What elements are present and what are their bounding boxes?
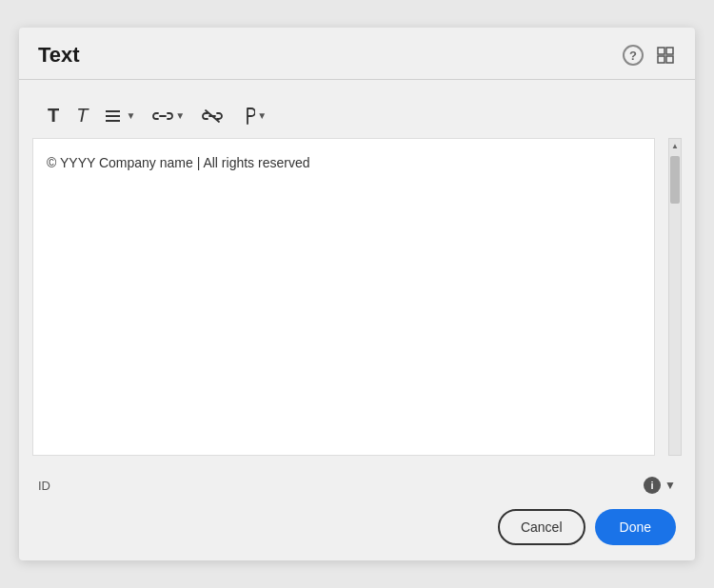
svg-rect-0 xyxy=(658,48,664,54)
paragraph-icon xyxy=(240,107,255,126)
scrollbar-thumb[interactable] xyxy=(670,156,680,204)
help-icon[interactable]: ? xyxy=(623,45,644,66)
list-chevron-icon: ▼ xyxy=(126,110,135,121)
text-dialog: Text ? T T xyxy=(19,28,695,560)
paragraph-chevron-icon: ▼ xyxy=(257,110,267,121)
expand-icon[interactable] xyxy=(655,45,676,66)
list-button[interactable]: ▼ xyxy=(99,104,141,128)
header-icons: ? xyxy=(623,45,676,66)
bold-button[interactable]: T xyxy=(42,101,65,130)
svg-rect-1 xyxy=(666,48,673,54)
dialog-title: Text xyxy=(38,43,80,68)
editor-toolbar: T T ▼ ▼ xyxy=(32,93,682,138)
scrollbar-up-arrow[interactable]: ▲ xyxy=(669,139,681,152)
editor-area-wrapper: © YYYY Company name | All rights reserve… xyxy=(32,138,682,456)
svg-rect-3 xyxy=(666,56,673,63)
editor-inner[interactable]: © YYYY Company name | All rights reserve… xyxy=(33,139,654,455)
id-dropdown-arrow[interactable]: ▼ xyxy=(664,479,676,492)
svg-line-7 xyxy=(206,110,219,122)
svg-rect-2 xyxy=(658,56,664,63)
cancel-button[interactable]: Cancel xyxy=(498,509,585,545)
unlink-icon xyxy=(202,108,223,124)
scrollbar-track[interactable] xyxy=(669,152,681,455)
dialog-header: Text ? xyxy=(19,28,695,80)
dialog-body: T T ▼ ▼ xyxy=(19,80,695,469)
id-section: ID i ▼ xyxy=(19,469,695,498)
unlink-button[interactable] xyxy=(196,105,228,127)
id-icons: i ▼ xyxy=(644,477,676,494)
link-button[interactable]: ▼ xyxy=(147,106,190,127)
editor-content-area[interactable]: © YYYY Company name | All rights reserve… xyxy=(32,138,655,456)
bold-icon: T xyxy=(48,105,59,127)
paragraph-button[interactable]: ▼ xyxy=(234,103,272,129)
link-chevron-icon: ▼ xyxy=(175,110,185,121)
done-button[interactable]: Done xyxy=(595,509,676,545)
id-label: ID xyxy=(38,479,50,493)
list-icon xyxy=(105,108,124,125)
info-icon[interactable]: i xyxy=(644,477,661,494)
editor-text: © YYYY Company name | All rights reserve… xyxy=(47,155,309,170)
italic-button[interactable]: T xyxy=(70,101,93,130)
italic-icon: T xyxy=(76,105,88,127)
vertical-scrollbar[interactable]: ▲ xyxy=(668,138,682,456)
dialog-footer: Cancel Done xyxy=(19,498,695,560)
link-icon xyxy=(152,109,173,123)
